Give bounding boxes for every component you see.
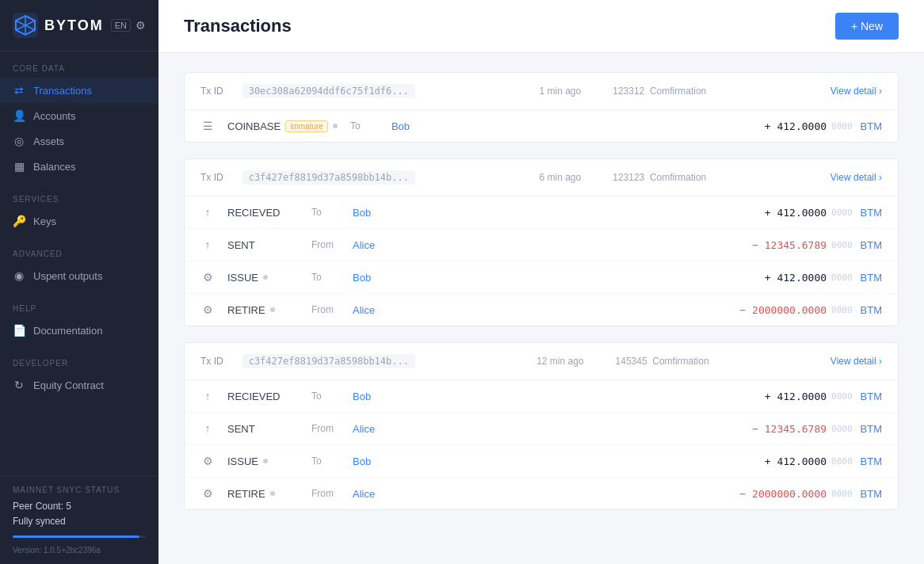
tx-direction: To xyxy=(350,120,379,131)
tx-amount-value: − 12345.6789 xyxy=(752,423,827,435)
assets-icon: ◎ xyxy=(13,135,25,147)
view-detail-link[interactable]: View detail › xyxy=(830,86,882,97)
tx-address[interactable]: Alice xyxy=(353,488,375,500)
tx-address[interactable]: Alice xyxy=(353,423,375,435)
tx-id-label: Tx ID xyxy=(200,172,223,183)
sidebar-item-label-documentation: Documentation xyxy=(33,325,102,337)
sidebar-item-keys[interactable]: 🔑Keys xyxy=(0,208,158,234)
tx-amount-value: − 2000000.0000 xyxy=(739,304,827,316)
tx-type-label: RECIEVED xyxy=(227,391,299,402)
sidebar-section: CORE DATA⇄Transactions👤Accounts◎Assets▦B… xyxy=(0,51,158,182)
settings-icon[interactable]: ⚙ xyxy=(136,19,146,32)
tx-amount-section: − 12345.67890000 BTM xyxy=(752,423,882,435)
tx-type-label: SENT xyxy=(227,239,299,251)
sidebar-item-unspent[interactable]: ◉Uspent outputs xyxy=(0,263,158,288)
lang-settings: EN ⚙ xyxy=(111,19,146,32)
tx-id-label: Tx ID xyxy=(200,86,223,97)
tx-type-label: ISSUE xyxy=(227,272,299,284)
sidebar-section: ADVANCED◉Uspent outputs xyxy=(0,237,158,292)
tx-amount-small: 0000 xyxy=(831,305,853,315)
sync-status: Fully synced xyxy=(13,514,146,529)
keys-icon: 🔑 xyxy=(13,215,25,227)
tx-amount-value: − 2000000.0000 xyxy=(739,488,827,500)
tx-amount-small: 0000 xyxy=(831,121,853,131)
tx-time: 1 min ago xyxy=(540,86,582,97)
tx-header: Tx ID c3f427ef8819d37a8598bb14b... 6 min… xyxy=(185,159,898,196)
tx-amount-value: + 412.0000 xyxy=(765,391,827,402)
tx-type-icon: ↑ xyxy=(200,238,215,251)
sidebar-item-accounts[interactable]: 👤Accounts xyxy=(0,103,158,128)
balances-icon: ▦ xyxy=(13,160,25,173)
sidebar-item-label-unspent: Uspent outputs xyxy=(33,270,102,282)
tx-amount-section: + 412.00000000 BTM xyxy=(765,272,882,284)
tx-address[interactable]: Bob xyxy=(391,120,410,132)
view-detail-link[interactable]: View detail › xyxy=(830,172,882,183)
tx-type-label: RETIRE xyxy=(227,488,299,500)
view-detail-link[interactable]: View detail › xyxy=(830,356,882,367)
tx-amount-section: − 2000000.00000000 BTM xyxy=(739,304,882,316)
tx-address[interactable]: Bob xyxy=(353,391,371,402)
tx-row: ↑ RECIEVED To Bob + 412.00000000 BTM xyxy=(185,196,898,229)
sidebar-item-label-assets: Assets xyxy=(33,135,64,147)
tx-id-value: c3f427ef8819d37a8598bb14b... xyxy=(242,354,415,368)
sidebar-item-label-accounts: Accounts xyxy=(33,110,75,122)
sidebar-section-label: CORE DATA xyxy=(0,64,158,78)
tx-direction: From xyxy=(311,304,340,315)
sidebar-item-balances[interactable]: ▦Balances xyxy=(0,154,158,179)
tx-address[interactable]: Bob xyxy=(353,272,371,284)
sidebar-item-transactions[interactable]: ⇄Transactions xyxy=(0,78,158,103)
tx-currency: BTM xyxy=(861,207,882,219)
logo-text: BYTOM xyxy=(44,17,104,34)
version-text: Version: 1.0.5+2bc2396a xyxy=(13,546,146,554)
sidebar-item-assets[interactable]: ◎Assets xyxy=(0,128,158,154)
tx-address[interactable]: Bob xyxy=(353,207,371,219)
tx-address[interactable]: Alice xyxy=(353,239,375,251)
tx-direction: From xyxy=(311,488,340,499)
documentation-icon: 📄 xyxy=(13,324,25,337)
tx-header: Tx ID c3f427ef8819d37a8598bb14b... 12 mi… xyxy=(185,343,898,380)
logo-area: BYTOM EN ⚙ xyxy=(0,0,158,51)
tx-confirmations: 123312 Comfirmation xyxy=(613,86,706,97)
tx-type-label: RECIEVED xyxy=(227,207,299,219)
lang-badge[interactable]: EN xyxy=(111,19,131,32)
tx-direction: From xyxy=(311,239,340,250)
tx-amount-small: 0000 xyxy=(831,456,853,467)
sidebar-section: SERVICES🔑Keys xyxy=(0,182,158,237)
new-transaction-button[interactable]: + New xyxy=(835,13,899,40)
tx-id-value: 30ec308a62094ddf6c75f1df6... xyxy=(242,84,415,98)
sidebar-item-label-balances: Balances xyxy=(33,161,75,173)
sync-bar xyxy=(13,535,146,538)
tx-amount-small: 0000 xyxy=(831,240,853,250)
tx-direction: To xyxy=(311,455,340,467)
sidebar-item-equity[interactable]: ↻Equity Contract xyxy=(0,372,158,398)
tx-currency: BTM xyxy=(861,120,882,132)
tx-address[interactable]: Bob xyxy=(353,455,371,467)
tx-direction: From xyxy=(311,423,340,434)
tx-type-label: COINBASE immature xyxy=(227,120,338,132)
tx-currency: BTM xyxy=(861,391,882,402)
unspent-icon: ◉ xyxy=(13,269,25,282)
sidebar-item-label-keys: Keys xyxy=(33,215,56,227)
tx-address[interactable]: Alice xyxy=(353,304,375,316)
tx-type-icon: ⚙ xyxy=(200,271,215,284)
sidebar-section-label: HELP xyxy=(0,304,158,318)
tx-type-icon: ⚙ xyxy=(200,303,215,316)
sidebar-section: DEVELOPER↻Equity Contract xyxy=(0,346,158,401)
sidebar-item-documentation[interactable]: 📄Documentation xyxy=(0,318,158,343)
tx-amount-section: + 412.00000000 BTM xyxy=(765,120,882,132)
tx-confirmations: 145345 Comfirmation xyxy=(616,356,709,367)
tx-row: ⚙ RETIRE From Alice − 2000000.00000000 B… xyxy=(185,478,898,509)
accounts-icon: 👤 xyxy=(13,109,25,122)
tx-direction: To xyxy=(311,207,340,218)
tx-type-icon: ☰ xyxy=(200,120,215,132)
tx-currency: BTM xyxy=(861,239,882,251)
tx-currency: BTM xyxy=(861,304,882,316)
transaction-card: Tx ID c3f427ef8819d37a8598bb14b... 6 min… xyxy=(184,158,899,326)
tx-row: ⚙ RETIRE From Alice − 2000000.00000000 B… xyxy=(185,294,898,326)
tx-type-icon: ↑ xyxy=(200,206,215,219)
bytom-logo-icon xyxy=(13,13,38,38)
tx-type-label: RETIRE xyxy=(227,304,299,316)
info-dot xyxy=(270,491,275,496)
transactions-list: Tx ID 30ec308a62094ddf6c75f1df6... 1 min… xyxy=(158,53,924,564)
tx-type-icon: ↑ xyxy=(200,390,215,402)
